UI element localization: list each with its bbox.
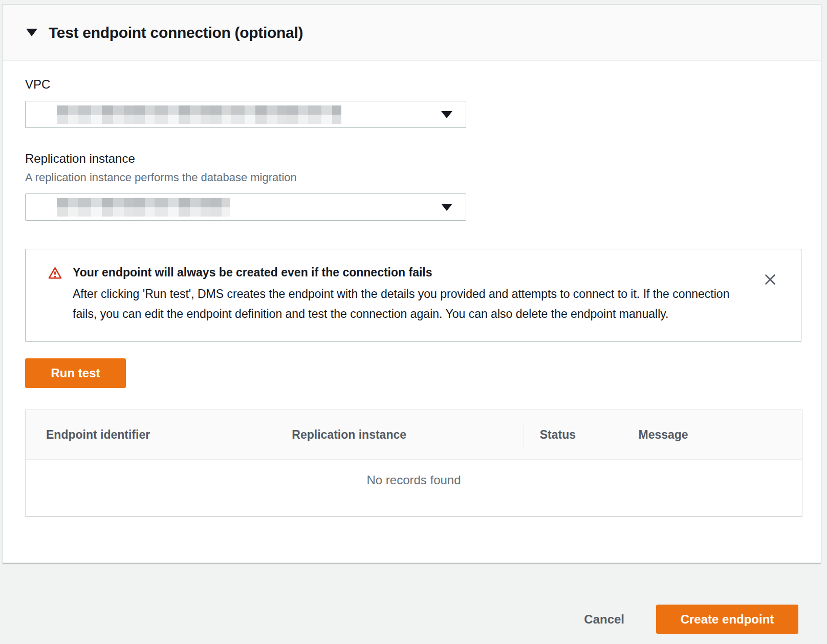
section-collapse-caret-icon	[26, 29, 37, 36]
column-header-replication-instance: Replication instance	[274, 410, 523, 459]
vpc-label: VPC	[25, 77, 821, 92]
column-header-status: Status	[524, 410, 621, 459]
section-header-toggle[interactable]: Test endpoint connection (optional)	[3, 5, 821, 61]
footer-action-bar: Cancel Create endpoint	[584, 605, 798, 634]
create-endpoint-button[interactable]: Create endpoint	[656, 605, 798, 634]
cancel-button[interactable]: Cancel	[584, 612, 624, 627]
run-test-button[interactable]: Run test	[25, 358, 126, 388]
warning-triangle-icon	[48, 266, 62, 324]
close-icon	[763, 272, 778, 287]
test-endpoint-connection-panel: Test endpoint connection (optional) VPC …	[2, 4, 821, 563]
warning-alert-content: Your endpoint will always be created eve…	[73, 265, 738, 324]
replication-instance-description: A replication instance performs the data…	[25, 171, 821, 184]
section-body: VPC Replication instance A replication i…	[3, 61, 821, 517]
replication-instance-select[interactable]	[25, 194, 466, 221]
replication-instance-caret-down-icon	[441, 204, 452, 211]
replication-instance-label: Replication instance	[25, 152, 821, 166]
replication-instance-selected-value-redacted	[57, 198, 230, 217]
warning-alert: Your endpoint will always be created eve…	[25, 249, 801, 342]
section-title: Test endpoint connection (optional)	[49, 24, 303, 41]
vpc-select[interactable]	[25, 101, 466, 128]
table-header-row: Endpoint identifier Replication instance…	[26, 410, 802, 460]
warning-alert-close-button[interactable]	[763, 272, 778, 287]
vpc-selected-value-redacted	[57, 105, 341, 124]
warning-alert-body: After clicking 'Run test', DMS creates t…	[73, 284, 738, 324]
column-header-endpoint-identifier: Endpoint identifier	[26, 410, 274, 459]
warning-alert-title: Your endpoint will always be created eve…	[73, 266, 738, 280]
table-empty-state: No records found	[26, 460, 802, 516]
test-results-table: Endpoint identifier Replication instance…	[25, 410, 802, 517]
column-header-message: Message	[621, 410, 802, 459]
vpc-caret-down-icon	[441, 111, 452, 118]
